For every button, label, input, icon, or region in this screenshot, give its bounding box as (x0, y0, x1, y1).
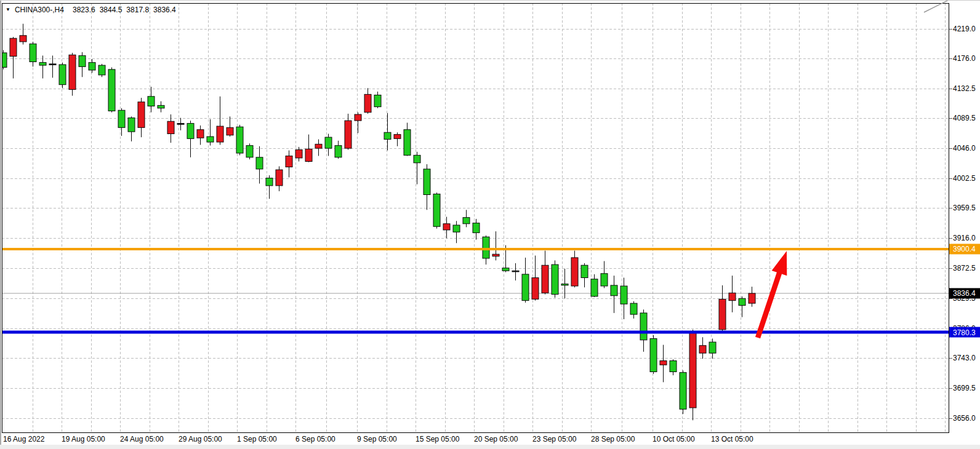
candle-body (20, 36, 26, 42)
candle-body (128, 118, 135, 132)
low-value: 3817.8 (126, 6, 149, 14)
candle-body (512, 271, 519, 272)
y-axis-label: 4046.0 (953, 144, 976, 153)
window-bottom-strip (0, 445, 980, 449)
candle-body (374, 95, 381, 107)
candle-body (98, 65, 105, 75)
x-axis-label: 6 Sep 05:00 (295, 435, 335, 443)
candle-body (227, 127, 233, 135)
x-axis-label: 16 Aug 2022 (3, 435, 45, 443)
resistance-badge: 3900.4 (949, 244, 980, 254)
x-axis-label: 23 Sep 05:00 (532, 435, 577, 443)
candle-body (453, 225, 460, 232)
candle-body (108, 70, 115, 111)
x-axis-label: 1 Sep 05:00 (237, 435, 277, 443)
candle-body (640, 313, 647, 340)
candle-body (364, 94, 371, 112)
support-badge: 3780.3 (949, 327, 980, 338)
close-value: 3836.4 (153, 6, 176, 14)
x-axis-label: 15 Sep 05:00 (416, 435, 460, 443)
candle-body (69, 55, 76, 89)
candle-body (79, 55, 86, 66)
symbol-period-label: CHINA300-,H4 (15, 6, 64, 14)
y-axis-label: 3656.0 (953, 414, 976, 423)
y-axis-label: 3959.5 (953, 204, 976, 212)
y-axis-label: 3872.5 (953, 264, 976, 272)
resistance-badge-label: 3900.4 (953, 245, 976, 253)
candle-body (739, 298, 745, 305)
candle-body (709, 342, 716, 353)
x-axis-label: 29 Aug 05:00 (179, 435, 222, 443)
candle-body (187, 124, 194, 139)
candle-body (10, 38, 17, 56)
high-value: 3844.5 (100, 6, 122, 14)
chart-header: ▼ CHINA300-,H4 3823.6 3844.5 3817.8 3836… (6, 5, 180, 15)
window-top-edge (0, 0, 980, 1)
y-axis-label: 4002.5 (953, 174, 976, 183)
candle-body (443, 224, 450, 230)
candle-body (295, 149, 302, 158)
support-badge-label: 3780.3 (953, 328, 976, 337)
y-axis-label: 4132.5 (953, 84, 976, 93)
candle-body (256, 157, 263, 169)
candle-body (394, 135, 401, 139)
candle-body (749, 293, 755, 303)
open-value: 3823.6 (73, 6, 95, 14)
candle-body (59, 65, 66, 85)
candle-body (236, 127, 243, 153)
candle-body (207, 137, 214, 142)
x-axis-label: 24 Aug 05:00 (120, 435, 164, 443)
candle-body (571, 258, 578, 286)
window-left-edge (0, 0, 1, 449)
current-price-badge: 3836.4 (949, 288, 980, 298)
candle-body (177, 124, 184, 125)
candle-body (276, 170, 283, 186)
candle-body (522, 274, 529, 301)
candle-body (118, 110, 125, 127)
candle-body (552, 264, 558, 294)
candle-body (404, 130, 411, 156)
candle-body (30, 44, 36, 62)
candle-body (315, 144, 322, 148)
x-axis-label: 20 Sep 05:00 (474, 435, 518, 443)
candle-body (158, 105, 164, 108)
candle-body (138, 102, 145, 128)
candle-body (148, 97, 155, 106)
x-axis-label: 19 Aug 05:00 (62, 435, 105, 443)
candle-body (197, 130, 204, 138)
candle-body (433, 194, 440, 226)
price-chart-canvas[interactable]: 4219.04176.04132.54089.54046.04002.53959… (0, 0, 980, 449)
candle-body (355, 114, 361, 121)
y-axis-label: 3743.0 (953, 354, 976, 362)
candle-body (542, 265, 548, 293)
x-axis-label: 10 Oct 05:00 (653, 435, 695, 443)
candle-body (167, 121, 174, 133)
candle-body (305, 149, 312, 161)
candle-body (49, 64, 56, 65)
candle-body (286, 156, 292, 167)
candle-body (483, 237, 489, 258)
candle-body (591, 279, 598, 296)
mt4-chart-window: 4219.04176.04132.54089.54046.04002.53959… (0, 0, 980, 449)
candle-body (345, 121, 351, 148)
current-price-badge-label: 3836.4 (953, 289, 976, 298)
candle-body (680, 373, 686, 410)
candle-body (473, 223, 480, 233)
candle-body (601, 274, 608, 286)
candle-body (670, 361, 677, 372)
y-axis-label: 4089.5 (953, 114, 976, 122)
candle-body (89, 63, 95, 70)
candle-body (384, 132, 391, 139)
candle-body (621, 286, 627, 304)
candle-body (561, 284, 568, 285)
y-axis-label: 3699.5 (953, 384, 976, 392)
candle-body (414, 155, 420, 162)
candle-body (689, 332, 696, 408)
candle-body (424, 169, 430, 195)
x-axis-label: 28 Sep 05:00 (591, 435, 635, 443)
y-axis-label: 4176.0 (953, 54, 976, 63)
symbol-dropdown-icon[interactable]: ▼ (6, 7, 10, 12)
candle-body (325, 137, 332, 148)
candle-body (630, 303, 637, 314)
candle-body (266, 178, 273, 186)
